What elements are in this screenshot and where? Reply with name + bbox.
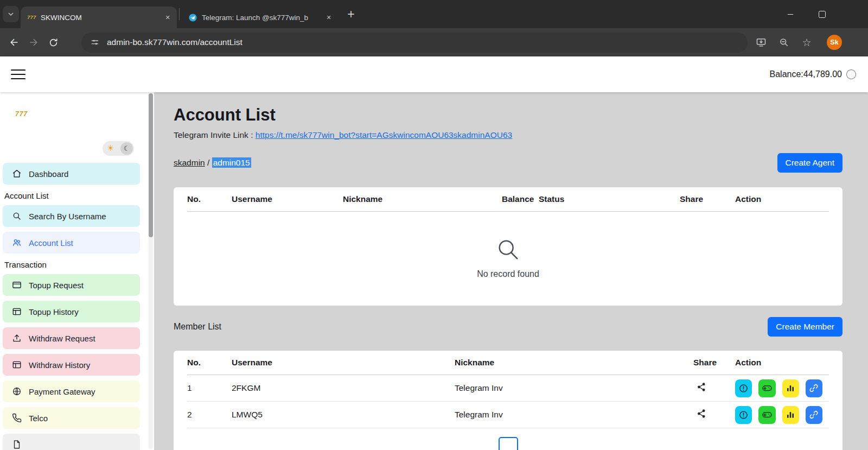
close-tab-icon[interactable]: ✕ [324, 12, 334, 22]
column-header: No. [187, 187, 232, 212]
install-app-button[interactable] [752, 33, 770, 52]
row-nickname: Telegram Inv [455, 375, 693, 402]
row-nickname: Telegram Inv [455, 402, 693, 428]
close-tab-icon[interactable]: ✕ [163, 12, 173, 22]
back-arrow-icon [9, 37, 20, 48]
breadcrumb: skadmin / admin015 [174, 158, 251, 168]
game-button[interactable] [758, 379, 775, 397]
moon-icon: ☾ [120, 142, 133, 155]
scrollbar-thumb[interactable] [149, 93, 153, 237]
breadcrumb-row: skadmin / admin015 Create Agent [174, 153, 843, 173]
brand-logo: 777 [15, 110, 154, 119]
bookmark-button[interactable]: ☆ [797, 33, 816, 52]
zoom-out-icon [778, 37, 789, 48]
sidebar-item-label: Account List [29, 238, 73, 248]
forward-button[interactable] [24, 33, 43, 52]
address-bar[interactable]: admin-bo.sk777win.com/accountList [81, 33, 748, 53]
breadcrumb-separator: / [207, 158, 212, 167]
sidebar-item-withdraw-request[interactable]: Withdraw Request [3, 327, 140, 349]
toolbar-actions: ☆ Sk [752, 33, 864, 52]
create-agent-button[interactable]: Create Agent [777, 153, 843, 173]
row-share-cell [693, 375, 735, 402]
sidebar-scrollbar[interactable] [149, 93, 153, 449]
tab-title: SKWINCOM [41, 14, 158, 22]
table-header-row: No. Username Nickname Balance Status Sha… [187, 187, 829, 212]
credit-card-icon [12, 280, 22, 290]
member-table: No. Username Nickname Share Action 1 2FK… [187, 351, 829, 428]
sidebar-item-label: Topup History [29, 307, 79, 316]
sidebar-item-topup-request[interactable]: Topup Request [3, 274, 140, 296]
exclamation-circle-icon [738, 410, 749, 420]
sidebar-item-telco[interactable]: Telco [3, 407, 140, 429]
site-favicon: 777 [27, 13, 36, 22]
new-tab-button[interactable]: + [342, 5, 360, 23]
reload-icon [48, 37, 59, 48]
link-button[interactable] [806, 379, 822, 397]
exclamation-circle-icon [738, 383, 749, 394]
report-button[interactable] [782, 379, 799, 397]
bar-chart-icon [786, 410, 795, 420]
users-icon [12, 238, 22, 248]
minimize-button[interactable]: ─ [775, 0, 806, 28]
refresh-icon[interactable] [846, 69, 856, 79]
sidebar-item-topup-history[interactable]: Topup History [3, 301, 140, 322]
install-icon [756, 37, 767, 48]
sidebar-item-search-by-username[interactable]: Search By Username [3, 205, 140, 227]
sidebar-item-payment-gateway[interactable]: Payment Gateway [3, 381, 140, 402]
row-username: 2FKGM [232, 375, 455, 402]
agent-table-card: No. Username Nickname Balance Status Sha… [174, 187, 843, 306]
member-list-label: Member List [174, 322, 221, 332]
balance-display: Balance:44,789.00 [770, 69, 856, 79]
menu-toggle-button[interactable] [11, 69, 25, 80]
url-text[interactable]: admin-bo.sk777win.com/accountList [107, 37, 242, 47]
table-row: 2 LMWQ5 Telegram Inv [187, 402, 829, 428]
reload-button[interactable] [43, 33, 63, 52]
invite-label: Telegram Invite Link : [174, 130, 253, 140]
column-header: Share [693, 351, 735, 375]
sidebar-item-withdraw-history[interactable]: Withdraw History [3, 354, 140, 376]
sidebar-item-label: Search By Username [29, 212, 106, 221]
report-button[interactable] [782, 406, 799, 424]
column-header: Action [735, 187, 829, 212]
tab-strip: 777 SKWINCOM ✕ Telegram: Launch @sk777wi… [0, 0, 868, 28]
info-button[interactable] [735, 379, 752, 397]
window-controls: ─ [775, 0, 838, 28]
sidebar-section-transaction: Transaction [4, 260, 140, 270]
empty-state: No record found [187, 212, 829, 305]
back-button[interactable] [4, 33, 24, 52]
sidebar-section-account-list: Account List [4, 191, 140, 201]
info-button[interactable] [735, 406, 752, 424]
share-button[interactable] [697, 409, 706, 419]
game-button[interactable] [758, 406, 775, 424]
breadcrumb-parent-link[interactable]: skadmin [174, 158, 205, 167]
tab-search-button[interactable] [3, 6, 19, 22]
chevron-down-icon [7, 10, 15, 18]
member-list-row: Member List Create Member [174, 317, 843, 337]
tab-skwincom[interactable]: 777 SKWINCOM ✕ [21, 7, 177, 28]
zoom-button[interactable] [775, 33, 793, 52]
sidebar-item-partial[interactable] [3, 434, 140, 450]
create-member-button[interactable]: Create Member [768, 317, 843, 337]
browser-window: 777 SKWINCOM ✕ Telegram: Launch @sk777wi… [0, 0, 868, 450]
pagination-page-button[interactable] [499, 437, 518, 450]
sun-icon: ☀ [107, 144, 114, 152]
search-icon [12, 211, 22, 221]
sidebar-item-account-list[interactable]: Account List [3, 232, 140, 253]
tab-telegram[interactable]: Telegram: Launch @sk777win_b ✕ [182, 7, 338, 28]
sidebar-item-label: Withdraw History [29, 360, 90, 370]
search-empty-icon [496, 237, 521, 262]
link-icon [809, 410, 819, 420]
empty-state-text: No record found [477, 269, 539, 279]
table-header-row: No. Username Nickname Share Action [187, 351, 829, 375]
theme-toggle[interactable]: ☀ ☾ [103, 141, 134, 156]
document-icon [12, 440, 22, 449]
profile-avatar[interactable]: Sk [827, 35, 842, 50]
phone-icon [12, 413, 22, 423]
sidebar-item-dashboard[interactable]: Dashboard [3, 163, 140, 185]
link-button[interactable] [806, 406, 822, 424]
maximize-button[interactable] [806, 0, 838, 28]
site-info-icon[interactable] [90, 37, 100, 47]
share-button[interactable] [697, 382, 706, 392]
invite-link[interactable]: https://t.me/sk777win_bot?start=AGskwinc… [256, 130, 512, 140]
table-list-icon [12, 307, 22, 316]
